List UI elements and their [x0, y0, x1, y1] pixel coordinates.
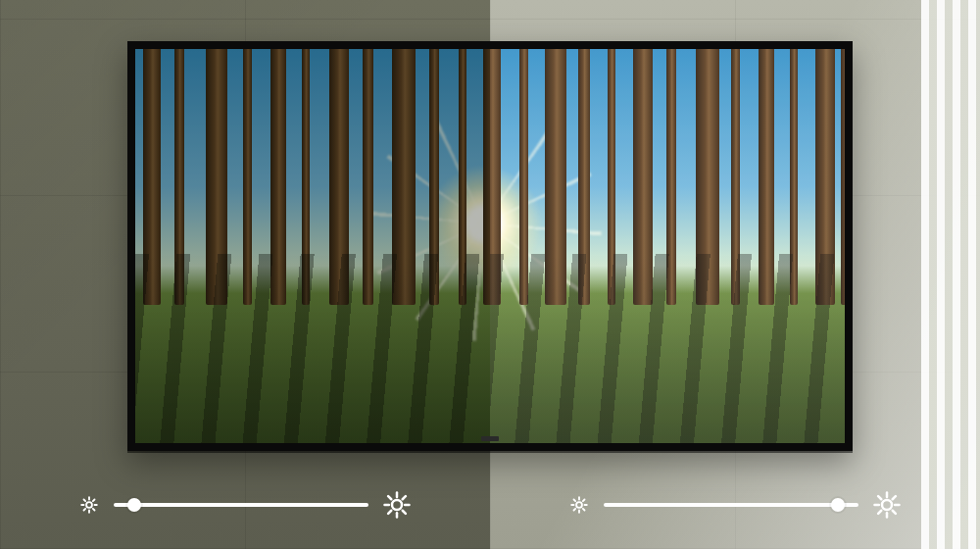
- svg-line-33: [893, 511, 896, 514]
- brightness-low-icon: [568, 494, 590, 516]
- svg-line-5: [84, 500, 86, 502]
- svg-line-24: [583, 509, 585, 511]
- comparison-scene: [0, 0, 980, 549]
- slider-track[interactable]: [604, 503, 858, 507]
- svg-point-18: [576, 502, 582, 508]
- brightness-controls: [0, 480, 980, 529]
- brightness-low-icon: [78, 494, 100, 516]
- svg-line-25: [574, 509, 576, 511]
- svg-line-7: [84, 509, 86, 511]
- svg-line-35: [893, 496, 896, 499]
- screen-left-dim: [135, 49, 490, 443]
- screen-right-bright: [490, 49, 845, 443]
- brightness-slider-left[interactable]: [0, 480, 490, 529]
- svg-point-27: [882, 500, 892, 510]
- svg-line-14: [388, 496, 391, 499]
- tv-brand-mark: [481, 436, 499, 441]
- brightness-slider-right[interactable]: [490, 480, 980, 529]
- slider-track[interactable]: [114, 503, 368, 507]
- svg-point-0: [86, 502, 92, 508]
- tv-screen: [135, 49, 845, 443]
- svg-line-16: [388, 511, 391, 514]
- svg-line-15: [403, 511, 406, 514]
- svg-line-6: [93, 509, 95, 511]
- svg-point-9: [392, 500, 402, 510]
- brightness-high-icon: [382, 490, 412, 520]
- curtain: [921, 0, 980, 549]
- slider-thumb[interactable]: [831, 498, 845, 512]
- slider-thumb[interactable]: [127, 498, 141, 512]
- brightness-high-icon: [872, 490, 902, 520]
- svg-line-32: [878, 496, 881, 499]
- svg-line-17: [403, 496, 406, 499]
- svg-line-34: [878, 511, 881, 514]
- svg-line-23: [574, 500, 576, 502]
- svg-line-26: [583, 500, 585, 502]
- svg-line-8: [93, 500, 95, 502]
- tv-frame: [127, 41, 853, 451]
